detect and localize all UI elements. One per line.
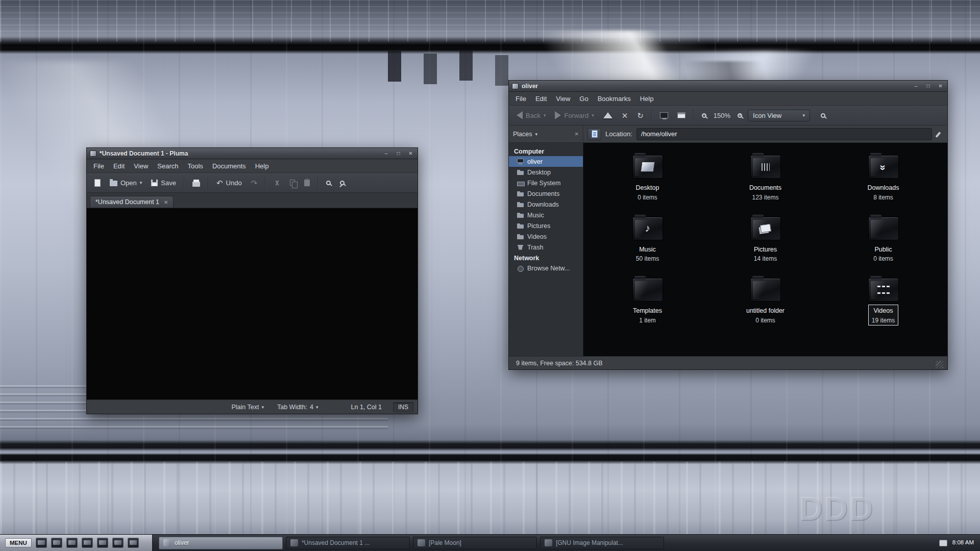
task-button-pluma[interactable]: *Unsaved Document 1 ... (286, 537, 410, 549)
sidebar-item-trash[interactable]: Trash (509, 242, 583, 253)
caja-titlebar[interactable]: oliver – □ ✕ (509, 81, 947, 92)
location-toggle-button[interactable] (587, 128, 601, 140)
close-side-pane-icon[interactable]: ✕ (575, 131, 579, 137)
sidebar-item-oliver[interactable]: oliver (509, 156, 583, 167)
menu-view[interactable]: View (551, 93, 575, 104)
paste-button[interactable] (301, 178, 313, 188)
sidebar-item-documents[interactable]: Documents (509, 188, 583, 199)
file-icon-untitled-folder[interactable]: untitled folder0 items (706, 276, 824, 325)
sidebar-item-label: Documents (527, 190, 559, 197)
save-label: Save (161, 179, 176, 187)
file-icon-pictures[interactable]: Pictures14 items (706, 215, 824, 264)
menu-help[interactable]: Help (251, 161, 274, 171)
file-icon-public[interactable]: Public0 items (824, 215, 942, 264)
up-button[interactable] (600, 110, 616, 120)
menu-documents[interactable]: Documents (208, 161, 251, 171)
file-icon-downloads[interactable]: » Downloads8 items (824, 153, 942, 203)
menu-edit[interactable]: Edit (109, 161, 129, 171)
copy-button[interactable] (286, 178, 299, 188)
close-button[interactable]: ✕ (407, 150, 414, 157)
screenshot-launcher-icon[interactable] (51, 538, 62, 548)
menu-file[interactable]: File (89, 161, 109, 171)
menu-button[interactable]: MENU (5, 538, 32, 547)
language-selector[interactable]: Plain Text ▾ (231, 404, 264, 411)
redo-button[interactable]: ↷ (248, 177, 261, 189)
find-replace-button[interactable] (336, 179, 348, 187)
menu-help[interactable]: Help (635, 93, 658, 104)
task-button-gimp[interactable]: [GNU Image Manipulat... (540, 537, 664, 549)
sidebar-item-browse-network[interactable]: Browse Netw... (509, 263, 583, 273)
menu-view[interactable]: View (129, 161, 153, 171)
pluma-toolbar: Open ▾ Save ↶ Undo ↷ (87, 172, 418, 193)
zoom-out-button[interactable] (698, 111, 710, 120)
print-button[interactable] (189, 177, 204, 189)
taskbar: MENU oliver *Unsaved Document 1 ... [Pal… (0, 534, 980, 551)
pluma-titlebar[interactable]: *Unsaved Document 1 - Pluma – □ ✕ (87, 148, 418, 159)
file-icon-documents[interactable]: Documents123 items (706, 153, 824, 203)
caja-body: Computer oliver Desktop File System Docu… (509, 143, 947, 356)
minimize-button[interactable]: – (912, 83, 920, 90)
undo-button[interactable]: ↶ Undo (213, 177, 246, 189)
refresh-icon: ↻ (637, 112, 644, 119)
tray-icon[interactable] (939, 540, 947, 546)
file-manager-launcher-icon[interactable] (82, 538, 93, 548)
sidebar-item-label: Music (527, 212, 544, 219)
sidebar-item-file-system[interactable]: File System (509, 178, 583, 188)
close-button[interactable]: ✕ (937, 83, 944, 90)
tab-close-icon[interactable]: ✕ (164, 199, 168, 205)
sidebar-item-videos[interactable]: Videos (509, 231, 583, 242)
tab-width-selector[interactable]: Tab Width: 4 ▾ (277, 404, 318, 411)
tab-width-label: Tab Width: (277, 404, 307, 411)
open-button[interactable]: Open ▾ (106, 177, 145, 189)
notes-launcher-icon[interactable] (112, 538, 124, 548)
sidebar-item-pictures[interactable]: Pictures (509, 220, 583, 231)
stop-button[interactable]: ✕ (618, 110, 632, 121)
save-button[interactable]: Save (148, 177, 180, 189)
new-document-button[interactable] (91, 177, 104, 189)
resize-grip[interactable] (936, 361, 943, 368)
keyboard-launcher-icon[interactable] (128, 538, 139, 548)
cut-button[interactable] (270, 178, 284, 188)
task-button-palemoon[interactable]: [Pale Moon] (413, 537, 537, 549)
text-editor-launcher-icon[interactable] (66, 538, 78, 548)
display-launcher-icon[interactable] (97, 538, 108, 548)
sidebar-item-desktop[interactable]: Desktop (509, 167, 583, 178)
view-mode-select[interactable]: Icon View ▾ (748, 110, 810, 121)
back-button[interactable]: Back ▾ (513, 109, 549, 121)
sidebar-item-music[interactable]: Music (509, 210, 583, 220)
side-pane-selector[interactable]: Places ▾ ✕ (509, 126, 583, 142)
menu-edit[interactable]: Edit (531, 93, 551, 104)
document-tab[interactable]: *Unsaved Document 1 ✕ (90, 196, 174, 208)
terminal-launcher-icon[interactable] (36, 538, 47, 548)
search-button[interactable] (817, 111, 829, 120)
pluma-text-area[interactable] (87, 208, 418, 399)
file-icon-videos[interactable]: Videos19 items (824, 276, 942, 325)
minimize-button[interactable]: – (382, 150, 390, 157)
file-icon-templates[interactable]: Templates1 item (589, 276, 706, 325)
home-button[interactable] (674, 110, 689, 120)
caja-window: oliver – □ ✕ File Edit View Go Bookmarks… (508, 80, 948, 370)
save-icon (151, 180, 158, 186)
task-button-caja[interactable]: oliver (159, 537, 283, 549)
sidebar-item-downloads[interactable]: Downloads (509, 199, 583, 210)
maximize-button[interactable]: □ (924, 83, 932, 90)
menu-bookmarks[interactable]: Bookmarks (593, 93, 635, 104)
clock[interactable]: 8:08 AM (952, 539, 980, 546)
zoom-in-button[interactable] (734, 111, 746, 120)
file-icon-desktop[interactable]: Desktop0 items (589, 153, 706, 203)
menu-search[interactable]: Search (153, 161, 183, 171)
sidebar-header-network: Network (509, 253, 583, 263)
maximize-button[interactable]: □ (395, 150, 402, 157)
edit-location-icon[interactable] (936, 131, 943, 138)
file-icon-music[interactable]: ♪ Music50 items (589, 215, 706, 264)
location-input[interactable] (636, 128, 932, 140)
find-button[interactable] (323, 179, 334, 187)
menu-go[interactable]: Go (575, 93, 593, 104)
pluma-statusbar: Plain Text ▾ Tab Width: 4 ▾ Ln 1, Col 1 … (87, 399, 418, 414)
forward-button[interactable]: Forward ▾ (551, 109, 597, 121)
menu-tools[interactable]: Tools (183, 161, 208, 171)
computer-button[interactable] (656, 110, 672, 120)
wallpaper-bottom-streaks (0, 462, 980, 534)
refresh-button[interactable]: ↻ (633, 110, 647, 121)
menu-file[interactable]: File (511, 93, 531, 104)
